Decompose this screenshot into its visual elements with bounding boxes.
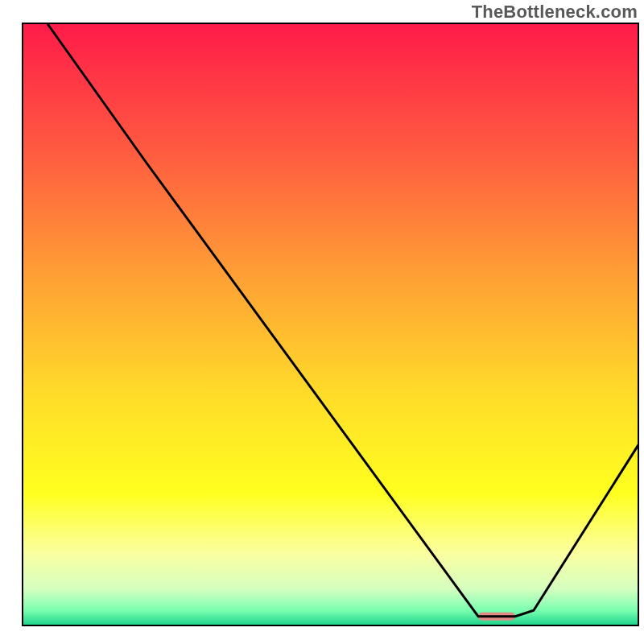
plot-background (23, 23, 638, 625)
chart-svg (0, 0, 644, 644)
watermark-text: TheBottleneck.com (472, 2, 638, 23)
chart-container: TheBottleneck.com (0, 0, 644, 644)
